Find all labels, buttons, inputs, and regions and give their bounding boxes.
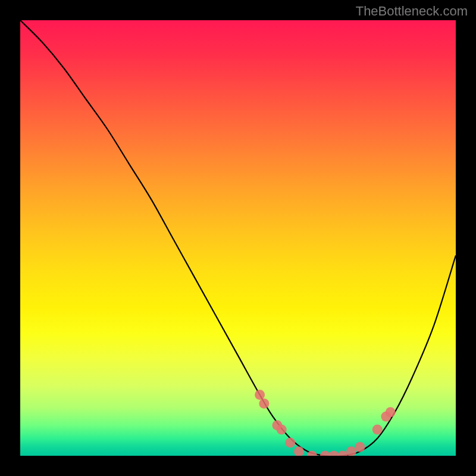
curve-markers [255,390,396,456]
curve-marker [255,390,265,400]
curve-marker [259,399,269,409]
curve-marker [386,407,396,417]
curve-marker [329,451,339,456]
bottleneck-curve-path [20,20,456,456]
chart-svg [20,20,456,456]
curve-marker [346,446,356,456]
curve-marker [355,442,365,452]
curve-marker [337,451,347,456]
curve-marker [372,425,383,435]
chart-plot-area [20,20,456,456]
curve-marker [320,451,330,456]
watermark-text: TheBottleneck.com [356,4,468,19]
curve-marker [277,425,287,435]
curve-marker [285,438,295,448]
